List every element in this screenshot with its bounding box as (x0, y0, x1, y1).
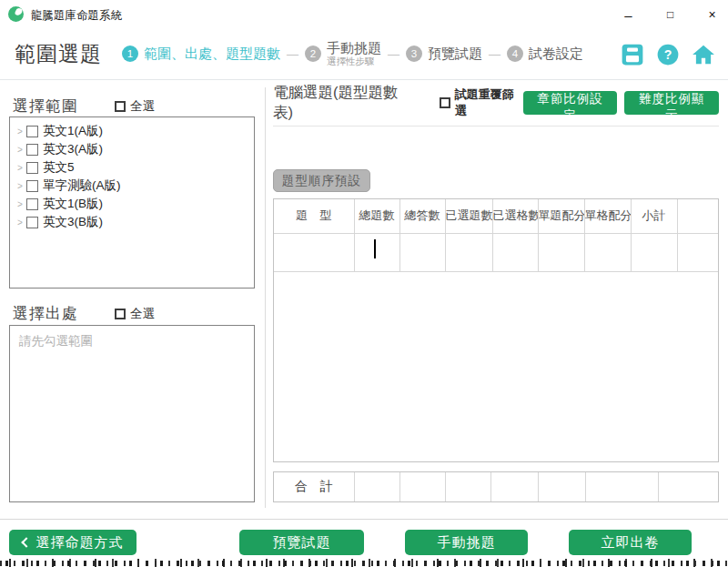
col-selected-blanks: 已選格數 (492, 199, 538, 233)
source-placeholder: 請先勾選範圍 (19, 333, 245, 349)
close-button[interactable]: × (692, 0, 728, 29)
footer-divider (0, 519, 728, 520)
chevron-right-icon[interactable]: > (14, 127, 26, 137)
help-icon[interactable]: ? (656, 43, 680, 66)
totals-label: 合 計 (274, 472, 354, 501)
tree-item-1[interactable]: > 英文3(A版) (14, 140, 250, 158)
cell-points-per-question[interactable] (538, 233, 584, 271)
range-tree: > 英文1(A版) > 英文3(A版) > 英文5 > 單字測驗(A版) > 英… (9, 116, 255, 289)
preview-questions-button[interactable]: 預覽試題 (239, 530, 364, 555)
cell-selected-blanks[interactable] (492, 233, 538, 271)
col-total-answers: 總答數 (399, 199, 445, 233)
checkbox-icon[interactable] (26, 144, 38, 156)
step-2[interactable]: 2 手動挑題 選擇性步驟 (305, 41, 381, 66)
step-1[interactable]: 1 範圍、出處、題型題數 (122, 46, 280, 63)
chapter-ratio-button[interactable]: 章節比例設定 (523, 91, 618, 115)
cell-question-type[interactable] (274, 233, 354, 271)
table-header-row: 題 型 總題數 總答數 已選題數 已選格數 單題配分 單格配分 小計 (274, 199, 718, 233)
checkbox-icon[interactable] (115, 309, 126, 319)
step-4-label: 試卷設定 (529, 46, 583, 63)
cell-subtotal[interactable] (631, 233, 677, 271)
step-2-sublabel: 選擇性步驟 (327, 56, 381, 67)
chevron-right-icon[interactable]: > (14, 145, 26, 155)
computer-select-title: 電腦選題(題型題數表) (273, 83, 414, 123)
range-title: 選擇範圍 (13, 96, 78, 116)
panel-divider (265, 87, 266, 508)
save-icon[interactable] (621, 43, 644, 66)
table-row (274, 233, 718, 271)
cell-extra (677, 233, 718, 271)
col-selected-questions: 已選題數 (445, 199, 492, 233)
clipped-text-artifact (0, 558, 728, 567)
col-extra (677, 199, 718, 233)
checkbox-icon[interactable] (26, 126, 38, 137)
app-header: 範圍選題 1 範圍、出處、題型題數 — 2 手動挑題 選擇性步驟 — 3 預覽試… (0, 29, 728, 80)
totals-cell (490, 472, 538, 501)
col-points-per-blank: 單格配分 (584, 199, 631, 233)
range-section-header: 選擇範圍 全選 (13, 96, 251, 116)
cell-points-per-blank[interactable] (584, 233, 631, 271)
step-1-badge: 1 (122, 46, 138, 62)
question-type-order-preset-button[interactable]: 題型順序預設 (273, 169, 370, 192)
source-title: 選擇出處 (13, 303, 78, 324)
difficulty-ratio-button[interactable]: 難度比例顯示 (624, 91, 719, 115)
cell-total-questions[interactable] (354, 233, 399, 271)
step-3-badge: 3 (406, 46, 422, 62)
source-list[interactable]: 請先勾選範圍 (9, 325, 255, 502)
tree-item-2[interactable]: > 英文5 (14, 158, 250, 177)
chevron-right-icon[interactable]: > (14, 218, 26, 228)
step-3[interactable]: 3 預覽試題 (406, 46, 482, 63)
back-to-method-button[interactable]: 選擇命題方式 (9, 530, 136, 555)
app-window: 龍騰題庫命題系統 – □ × 範圍選題 1 範圍、出處、題型題數 — 2 手動挑… (0, 0, 728, 567)
range-select-all[interactable]: 全選 (115, 98, 155, 115)
totals-cell (585, 472, 658, 501)
right-section-divider (273, 126, 719, 127)
tree-item-0[interactable]: > 英文1(A版) (14, 122, 250, 140)
step-2-badge: 2 (305, 46, 321, 62)
question-type-table: 題 型 總題數 總答數 已選題數 已選格數 單題配分 單格配分 小計 (273, 198, 719, 462)
step-4-badge: 4 (507, 46, 523, 62)
step-separator: — (287, 47, 298, 61)
col-subtotal: 小計 (631, 199, 677, 233)
tree-item-5[interactable]: > 英文3(B版) (14, 213, 250, 231)
step-1-label: 範圍、出處、題型題數 (144, 46, 280, 63)
wizard-steps: 1 範圍、出處、題型題數 — 2 手動挑題 選擇性步驟 — 3 預覽試題 — 4… (122, 41, 583, 66)
totals-cell (354, 472, 399, 501)
totals-cell (445, 472, 490, 501)
totals-row: 合 計 (274, 472, 718, 501)
totals-cell (658, 472, 718, 501)
checkbox-icon[interactable] (26, 198, 38, 210)
step-4[interactable]: 4 試卷設定 (507, 46, 583, 63)
chevron-right-icon[interactable]: > (14, 181, 26, 191)
title-bar: 龍騰題庫命題系統 – □ × (0, 0, 728, 29)
generate-paper-button[interactable]: 立即出卷 (569, 530, 692, 555)
text-cursor (374, 239, 376, 258)
maximize-button[interactable]: □ (650, 0, 691, 29)
chevron-right-icon[interactable]: > (14, 163, 26, 173)
manual-pick-button[interactable]: 手動挑題 (405, 530, 528, 555)
chevron-right-icon[interactable]: > (14, 199, 26, 209)
checkbox-icon[interactable] (26, 217, 38, 228)
chevron-left-icon (21, 537, 31, 547)
checkbox-icon[interactable] (26, 180, 38, 192)
source-section-header: 選擇出處 全選 (13, 303, 251, 324)
step-3-label: 預覽試題 (428, 46, 482, 63)
checkbox-icon[interactable] (440, 97, 450, 108)
computer-select-header: 電腦選題(題型題數表) 試題重覆篩選 章節比例設定 難度比例顯示 (273, 90, 719, 115)
totals-cell (399, 472, 445, 501)
cell-selected-questions[interactable] (445, 233, 492, 271)
step-separator: — (489, 47, 500, 61)
checkbox-icon[interactable] (115, 101, 126, 112)
page-title: 範圍選題 (15, 40, 102, 68)
source-select-all[interactable]: 全選 (115, 306, 155, 322)
col-points-per-question: 單題配分 (538, 199, 584, 233)
tree-item-4[interactable]: > 英文1(B版) (14, 195, 250, 213)
cell-total-answers[interactable] (399, 233, 445, 271)
checkbox-icon[interactable] (26, 162, 38, 174)
tree-item-3[interactable]: > 單字測驗(A版) (14, 177, 250, 195)
svg-text:?: ? (664, 46, 672, 61)
minimize-button[interactable]: – (608, 0, 649, 29)
duplicate-filter-checkbox[interactable]: 試題重覆篩選 (440, 86, 523, 119)
home-icon[interactable] (692, 43, 715, 66)
totals-cell (538, 472, 585, 501)
